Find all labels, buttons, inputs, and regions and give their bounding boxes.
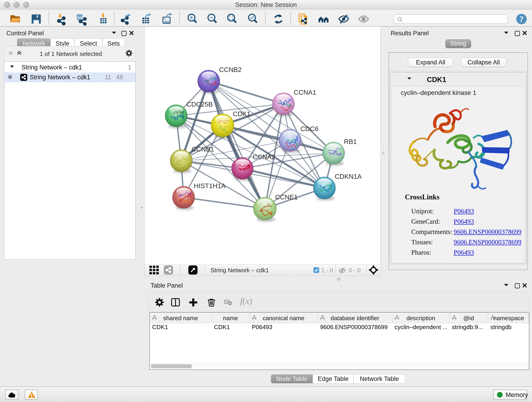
- save-session-icon[interactable]: [30, 13, 42, 25]
- group-nodes-icon[interactable]: [317, 13, 330, 25]
- selected-checkbox-icon[interactable]: [313, 267, 319, 273]
- hide-selection-icon[interactable]: [337, 13, 350, 25]
- left-splitter-handle[interactable]: [139, 205, 144, 210]
- help-icon[interactable]: ?: [515, 13, 528, 25]
- expand-all-networks-icon[interactable]: [17, 51, 22, 55]
- column-header-shared-name[interactable]: shared name: [150, 313, 212, 323]
- birdseye-grid-icon[interactable]: [149, 266, 159, 274]
- tab-edge-table[interactable]: Edge Table: [313, 374, 354, 383]
- delete-column-icon[interactable]: [207, 298, 216, 307]
- table-panel-float-icon[interactable]: [515, 283, 520, 288]
- export-network-icon[interactable]: [120, 13, 133, 25]
- network-node-CDKN1A[interactable]: [313, 177, 336, 201]
- network-node-CCNE1[interactable]: [253, 197, 276, 222]
- network-node-HIST1H1A[interactable]: [172, 186, 195, 210]
- memory-label: Memory: [506, 391, 528, 399]
- network-edge[interactable]: [184, 197, 265, 209]
- cdk1-description: cyclin–dependent kinase 1: [401, 89, 476, 96]
- zoom-in-icon[interactable]: [186, 13, 199, 25]
- tab-network-table[interactable]: Network Table: [354, 374, 405, 383]
- network-node-CDC25B[interactable]: [165, 105, 187, 128]
- crosslink-link[interactable]: P06493: [454, 207, 474, 215]
- collection-count: 1: [128, 64, 131, 71]
- node-label: CCNA2: [253, 153, 275, 161]
- toolbar-separator: [265, 12, 266, 25]
- column-header-canonical-name[interactable]: canonical name: [249, 313, 318, 323]
- search-icon: [397, 16, 404, 23]
- detach-view-icon[interactable]: [188, 265, 197, 274]
- right-splitter-handle[interactable]: [380, 150, 386, 155]
- crosslink-link[interactable]: 9606.ENSP00000378699: [454, 228, 521, 236]
- collection-expand-icon[interactable]: [10, 65, 14, 68]
- network-row[interactable]: String Network – cdk1 11 48: [5, 72, 135, 82]
- table-panel-close-icon[interactable]: [522, 283, 527, 288]
- cdk1-section-title: CDK1: [427, 76, 446, 84]
- scrollbar-thumb[interactable]: [151, 364, 192, 368]
- results-panel-float-icon[interactable]: [515, 31, 520, 36]
- crosslink-link[interactable]: P06493: [454, 218, 474, 225]
- network-canvas[interactable]: CCNB2CCNA1CDC25BCDK1CDC6RB1CCNB1CCNA2CDK…: [144, 27, 380, 264]
- open-session-icon[interactable]: [9, 13, 21, 25]
- string-app-icon: [20, 74, 27, 81]
- apply-layout-icon[interactable]: [272, 13, 285, 25]
- network-collection-row[interactable]: String Network – cdk1 1: [5, 63, 135, 72]
- zoom-fit-icon[interactable]: [226, 13, 238, 25]
- zoom-out-icon[interactable]: [206, 13, 219, 25]
- column-header-database-identifier[interactable]: database identifier: [318, 313, 392, 323]
- node-label: RB1: [344, 138, 357, 145]
- table-panel-menu-icon[interactable]: [504, 284, 508, 286]
- column-header-namespace[interactable]: namespace: [488, 313, 530, 323]
- column-header-name[interactable]: name: [212, 313, 249, 323]
- column-header-description[interactable]: description: [392, 313, 450, 323]
- crosslink-link[interactable]: P06493: [454, 249, 474, 256]
- export-table-icon[interactable]: [140, 13, 153, 25]
- search-box[interactable]: [393, 14, 508, 24]
- import-table-icon[interactable]: [97, 13, 109, 25]
- node-table: shared namenamecanonical namedatabase id…: [149, 312, 529, 370]
- table-cell: 9606.ENSP00000378699: [318, 324, 392, 331]
- network-node-CCNA1[interactable]: [272, 93, 294, 116]
- results-panel-close-icon[interactable]: [522, 31, 527, 35]
- network-node-RB1[interactable]: [323, 142, 345, 166]
- table-cell: CDK1: [150, 324, 212, 331]
- control-panel-close-icon[interactable]: [129, 31, 134, 35]
- column-header-@id[interactable]: @id: [450, 313, 488, 323]
- export-image-icon[interactable]: [161, 13, 173, 25]
- cdk1-collapse-icon[interactable]: [407, 77, 411, 80]
- fit-selection-crosshair-icon[interactable]: [369, 265, 378, 275]
- results-panel-title: Results Panel: [391, 30, 429, 37]
- results-panel-menu-icon[interactable]: [504, 32, 508, 34]
- network-edge[interactable]: [209, 81, 283, 104]
- svg-text:?: ?: [519, 15, 524, 24]
- warning-status-button[interactable]: [25, 390, 38, 400]
- collapse-all-button[interactable]: Collapse All: [461, 58, 506, 67]
- search-input[interactable]: [405, 15, 504, 23]
- zoom-selected-icon[interactable]: [247, 13, 259, 25]
- collapse-all-networks-icon[interactable]: [8, 51, 13, 55]
- crosslink-link[interactable]: 9606.ENSP00000378699: [454, 238, 521, 246]
- cloud-status-button[interactable]: [5, 390, 18, 400]
- tab-node-table[interactable]: Node Table: [271, 374, 313, 383]
- hidden-count: 0 - 0: [349, 267, 361, 274]
- network-node-CCNB1[interactable]: [170, 150, 192, 173]
- network-options-gear-icon[interactable]: [125, 50, 133, 57]
- network-view-toolbar: String Network – cdk1 1 - 0 0 - 0: [144, 264, 380, 276]
- import-network-from-database-icon[interactable]: [75, 13, 87, 25]
- tab-string[interactable]: String: [445, 39, 471, 48]
- memory-button[interactable]: Memory: [493, 390, 527, 400]
- horizontal-scrollbar[interactable]: [150, 363, 529, 369]
- network-list-toolbar: 1 of 1 Network selected: [4, 46, 136, 61]
- horizontal-splitter-handle[interactable]: [337, 277, 341, 281]
- node-label: CCNB1: [191, 146, 214, 153]
- control-panel-float-icon[interactable]: [121, 31, 127, 36]
- cdk1-content: cyclin–dependent kinase 1: [391, 86, 525, 263]
- new-network-from-selection-icon[interactable]: [297, 13, 310, 25]
- table-options-gear-icon[interactable]: [155, 298, 164, 307]
- show-columns-icon[interactable]: [171, 298, 180, 307]
- expand-all-button[interactable]: Expand All: [408, 58, 453, 67]
- control-panel-menu-icon[interactable]: [112, 32, 116, 34]
- delete-table-icon: [224, 298, 232, 306]
- import-network-icon[interactable]: [55, 13, 68, 25]
- crosslink-label: GeneCard:: [411, 218, 440, 225]
- add-column-icon[interactable]: [189, 298, 198, 307]
